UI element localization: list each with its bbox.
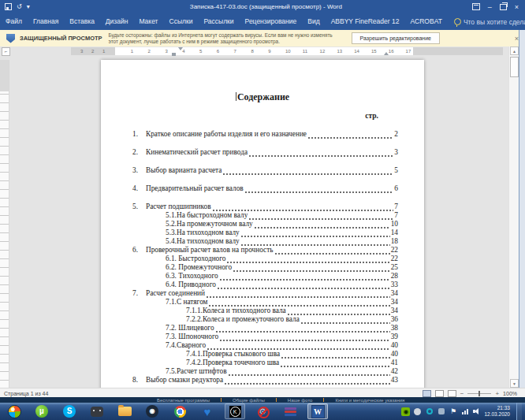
vertical-scrollbar[interactable]: ▲ ▼ xyxy=(508,46,519,388)
document-page[interactable]: Содержание стр. 1.Краткое описание работ… xyxy=(101,60,424,388)
toc-item-page: 14 xyxy=(391,229,398,237)
taskbar-button-kinopoisk[interactable]: K xyxy=(225,403,245,419)
network-icon[interactable] xyxy=(460,407,469,416)
toc-item: 7.3. Шпоночного39 xyxy=(132,333,398,341)
toc-item-number: 4. xyxy=(132,184,146,193)
ribbon-tab-рецензирование[interactable]: Рецензирование xyxy=(240,13,303,30)
zoom-out-icon[interactable]: − xyxy=(460,390,464,397)
toc-item: 7.Расчет соединений 34 xyxy=(132,289,398,298)
toc-item-page: 33 xyxy=(391,281,398,289)
dot-leader xyxy=(222,168,393,175)
enable-editing-button[interactable]: Разрешить редактирование xyxy=(352,32,440,44)
page-indicator[interactable]: Страница 1 из 44 xyxy=(0,391,48,396)
toc-item: 7.4.1.Проверка стыкового шва40 xyxy=(132,350,398,359)
dot-leader xyxy=(244,186,394,193)
ribbon-tab-abbyy-finereader-12[interactable]: ABBYY FineReader 12 xyxy=(326,13,405,30)
show-desktop-button[interactable] xyxy=(516,403,522,420)
web-layout-icon[interactable] xyxy=(448,390,456,397)
vertical-ruler[interactable] xyxy=(0,60,9,388)
action-center-flag-icon[interactable]: ⚑ xyxy=(449,407,457,416)
blocked-app-icon: ⚙ xyxy=(257,406,269,418)
taskbar-button-start[interactable] xyxy=(4,403,24,419)
taskbar-button-chrome[interactable] xyxy=(169,403,190,419)
ribbon-tab-главная[interactable]: Главная xyxy=(28,13,64,30)
toc-item-label: 7.2.2.Колеса и промежуточного вала xyxy=(186,315,300,324)
taskbar-toolbar-label[interactable]: Книги и методические указания xyxy=(324,398,415,403)
ribbon-tab-рассылки[interactable]: Рассылки xyxy=(198,13,239,30)
dot-leader xyxy=(280,360,390,367)
chrome-icon xyxy=(174,406,186,418)
clock-time: 21:33 xyxy=(484,405,510,411)
taskbar-button-explorer[interactable] xyxy=(114,403,135,419)
toc-item: 7.4.Сварного40 xyxy=(132,341,398,350)
dot-leader xyxy=(219,273,390,281)
taskbar-button-steam[interactable]: ◉ xyxy=(142,403,162,419)
toc-item-label: Краткое описание работы изделия и его на… xyxy=(146,130,307,139)
toc-item: 5.1.На быстроходном валу7 xyxy=(132,211,398,220)
toc-item: 6.4. Приводного33 xyxy=(132,281,398,289)
save-icon[interactable] xyxy=(5,3,12,10)
taskbar-toolbar-label[interactable]: Общие файлы xyxy=(222,398,276,403)
quick-access-toolbar: ↺ ▾ xyxy=(0,3,60,10)
taskbar-toolbar-label[interactable]: Наше фото xyxy=(277,398,324,403)
taskbar-toolbar-label[interactable]: Бесплатные программы xyxy=(146,398,221,403)
read-mode-icon[interactable] xyxy=(423,390,431,397)
ribbon-tab-макет[interactable]: Макет xyxy=(133,13,163,30)
customize-quick-access-icon[interactable]: ▾ xyxy=(27,4,30,10)
toc-item-page: 3 xyxy=(394,148,398,157)
window-title: Записка-417-03.doc (защищенный просмотр)… xyxy=(60,3,472,10)
ribbon-tab-file[interactable]: Файл xyxy=(0,13,28,30)
protected-view-bar: ЗАЩИЩЕННЫЙ ПРОСМОТР Будьте осторожны: фа… xyxy=(0,30,525,47)
toc-item: 7.1.1.Колеса и тихоходного вала34 xyxy=(132,307,398,315)
tell-me-box[interactable]: Что вы хотите сделать? xyxy=(454,18,525,26)
zoom-level[interactable]: 100% xyxy=(503,391,517,396)
taskbar-button-winrar[interactable] xyxy=(280,403,300,419)
dot-leader xyxy=(224,377,390,385)
ruler-number: 8 xyxy=(251,48,253,54)
ribbon-tab-ссылки[interactable]: Ссылки xyxy=(164,13,199,30)
taskbar-button-discord[interactable] xyxy=(87,403,107,419)
toc-item: 1.Краткое описание работы изделия и его … xyxy=(132,130,398,139)
taskbar-button-blocked[interactable]: ⚙ xyxy=(252,403,273,419)
horizontal-ruler[interactable]: 3211234567891011121314151617 xyxy=(71,47,503,55)
restore-icon[interactable] xyxy=(500,4,507,10)
scrollbar-thumb[interactable] xyxy=(510,57,519,77)
toc-item: 5.4.На тихоходном валу18 xyxy=(132,237,398,246)
toc-item-page: 34 xyxy=(391,289,398,298)
minimize-icon[interactable]: – xyxy=(488,3,492,11)
ribbon-tab-вид[interactable]: Вид xyxy=(302,13,325,30)
taskbar-toolbar-strip: Бесплатные программыОбщие файлыНаше фото… xyxy=(0,397,525,403)
dot-leader xyxy=(254,221,390,229)
taskbar-button-skype[interactable]: S xyxy=(59,403,80,419)
ribbon-tab-вставка[interactable]: Вставка xyxy=(64,13,100,30)
ribbon-tab-acrobat[interactable]: ACROBAT xyxy=(404,13,447,30)
dot-leader xyxy=(219,334,390,341)
taskbar-button-heart[interactable]: ♥ xyxy=(197,403,218,419)
print-layout-icon[interactable] xyxy=(435,390,444,397)
taskbar-button-word[interactable]: W xyxy=(307,403,328,419)
zoom-in-icon[interactable]: + xyxy=(495,390,499,397)
zoom-slider[interactable] xyxy=(467,393,491,394)
dot-leader xyxy=(233,265,390,272)
toc-list: 1.Краткое описание работы изделия и его … xyxy=(101,130,424,385)
ribbon-tab-дизайн[interactable]: Дизайн xyxy=(100,13,134,30)
taskbar-clock[interactable]: 21:33 12.03.2020 xyxy=(484,405,513,418)
ruler-number: 9 xyxy=(268,48,270,54)
nvidia-tray-icon[interactable]: ◉ xyxy=(401,407,410,416)
viber-tray-icon[interactable] xyxy=(425,407,434,416)
undo-icon[interactable]: ↺ xyxy=(17,4,22,10)
taskbar-button-utorrent[interactable]: µ xyxy=(32,403,52,419)
toc-item-label: 6.4. Приводного xyxy=(166,281,216,289)
scroll-up-icon[interactable]: ▲ xyxy=(510,46,519,55)
toc-item: 7.4.2.Проверка точечного шва41 xyxy=(132,359,398,367)
toc-item-page: 10 xyxy=(391,220,398,229)
tray-app-icon[interactable] xyxy=(413,407,422,416)
tab-selector-icon[interactable]: ⌐ xyxy=(2,47,10,56)
close-icon[interactable]: × xyxy=(515,3,519,11)
ribbon-display-options-icon[interactable] xyxy=(472,3,480,10)
volume-icon[interactable] xyxy=(472,407,481,416)
misc-tray-icon[interactable] xyxy=(437,407,445,416)
zoom-slider-thumb[interactable] xyxy=(478,391,480,396)
toc-item-number: 6. xyxy=(132,246,146,255)
scroll-down-icon[interactable]: ▼ xyxy=(510,379,519,388)
